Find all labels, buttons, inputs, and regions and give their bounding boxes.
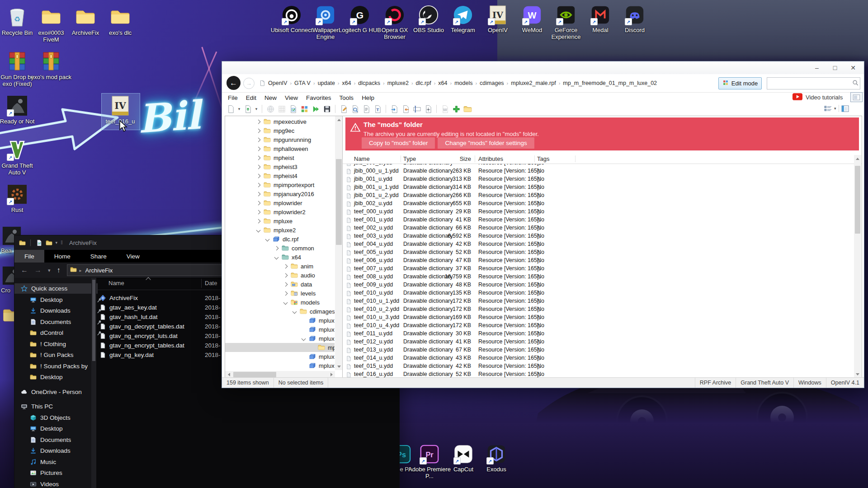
tree-item-mplowrider[interactable]: mplowrider [225, 198, 335, 207]
ribbon-tab-home[interactable]: Home [44, 250, 80, 263]
view-dropdown-icon[interactable]: ▾ [834, 106, 836, 111]
breadcrumb-item-openiv[interactable]: OpenIV [266, 79, 289, 87]
openiv-file-row[interactable]: teef_001_u.yddDrawable dictionary41 KBRe… [343, 216, 862, 224]
desktop-icon-discord[interactable]: ↗Discord [613, 5, 656, 33]
ribbon-tab-file[interactable]: File [14, 250, 44, 263]
toolbar-open-doc-icon[interactable] [243, 104, 253, 114]
openiv-file-row[interactable]: jbib_001_u_1.yddDrawable dictionary314 K… [343, 183, 862, 192]
breadcrumb-item-mpluxe2[interactable]: mpluxe2 [386, 79, 410, 87]
breadcrumb-item-dlcpacks[interactable]: dlcpacks [356, 79, 382, 87]
breadcrumb-item-dlc-rpf[interactable]: dlc.rpf [414, 79, 433, 87]
openiv-file-row[interactable]: teef_015_u.yddDrawable dictionary42 KBRe… [343, 362, 862, 371]
openiv-file-row[interactable]: teef_005_u.yddDrawable dictionary52 KBRe… [343, 249, 862, 257]
tree-item-mpheist4[interactable]: mpheist4 [225, 171, 335, 180]
column-header-size[interactable]: Size [435, 155, 471, 162]
forward-icon[interactable]: → [34, 266, 42, 274]
tree-item-mpg9ec[interactable]: mpg9ec [225, 126, 335, 135]
qat-customize-icon[interactable]: ▾ [56, 240, 58, 245]
dropdown-caret-icon[interactable]: ▾ [237, 104, 241, 114]
tree-item-anim[interactable]: anim [225, 262, 335, 271]
breadcrumb-item-x64[interactable]: x64 [436, 79, 449, 87]
openiv-file-row[interactable]: teef_010_u_3.yddDrawable dictionary169 K… [343, 314, 862, 322]
openiv-file-row[interactable]: jbib_000_u.yddDrawable dictionaryResourc… [343, 164, 862, 167]
openiv-file-row[interactable]: teef_010_u_4.yddDrawable dictionary172 K… [343, 322, 862, 330]
openiv-file-row[interactable]: teef_010_u_2.yddDrawable dictionary172 K… [343, 305, 862, 314]
tree-item-mpluxe[interactable]: mpluxe [225, 352, 335, 361]
tree-item-mpgunrunning[interactable]: mpgunrunning [225, 135, 335, 144]
up-icon[interactable]: ↑ [57, 266, 61, 274]
toolbar-text-doc-icon[interactable] [361, 104, 371, 114]
ribbon-tab-view[interactable]: View [117, 250, 150, 263]
tree-item-models[interactable]: models [225, 298, 335, 307]
menu-view[interactable]: View [281, 94, 302, 101]
sidebar-item-onedrive-person[interactable]: OneDrive - Person [14, 387, 98, 397]
menu-new[interactable]: New [260, 94, 281, 101]
desktop-icon-exos-dlc[interactable]: exo's dlc [99, 6, 142, 36]
toolbar-font-doc-icon[interactable]: T [373, 104, 382, 114]
openiv-file-row[interactable]: jbib_002_u.yddDrawable dictionary655 KBR… [343, 200, 862, 208]
openiv-file-row[interactable]: teef_010_u.yddDrawable dictionary135 KBR… [343, 289, 862, 297]
desktop-icon-grand-theft-auto-v[interactable]: ↗Grand Theft Auto V [0, 139, 39, 176]
openiv-file-row[interactable]: jbib_000_u_1.yddDrawable dictionary263 K… [343, 167, 862, 175]
tree-item-mpjanuary2016[interactable]: mpjanuary2016 [225, 189, 335, 198]
tree-item-x64[interactable]: x64 [225, 253, 335, 262]
minimize-button[interactable]: – [808, 62, 826, 73]
tree-item-mpluxe[interactable]: mpluxe [225, 316, 335, 325]
openiv-file-row[interactable]: teef_009_u.yddDrawable dictionary48 KBRe… [343, 281, 862, 289]
openiv-file-row[interactable]: teef_000_u.yddDrawable dictionary29 KBRe… [343, 208, 862, 216]
desktop-icon-ready-or-not[interactable]: ↗Ready or Not [0, 95, 39, 125]
openiv-file-row[interactable]: teef_012_u.yddDrawable dictionary41 KBRe… [343, 338, 862, 346]
details-view-icon[interactable] [841, 105, 849, 112]
menu-tools[interactable]: Tools [335, 94, 358, 101]
openiv-file-row[interactable]: teef_003_u.yddDrawable dictionary6,592 K… [343, 232, 862, 240]
tree-item-mpluxe[interactable]: mpluxe [225, 334, 335, 343]
column-header-type[interactable]: Type [403, 155, 416, 162]
column-header-name[interactable]: Name [354, 155, 370, 162]
search-box[interactable] [767, 77, 860, 89]
breadcrumb-item-mp-m-freemode-01-mp-m-luxe-02[interactable]: mp_m_freemode_01_mp_m_luxe_02 [561, 79, 659, 87]
openiv-file-row[interactable]: teef_004_u.yddDrawable dictionary42 KBRe… [343, 240, 862, 249]
breadcrumb-item-models[interactable]: models [453, 79, 474, 87]
menu-edit[interactable]: Edit [242, 94, 260, 101]
tree-item-mpimportexport[interactable]: mpimportexport [225, 180, 335, 189]
edit-mode-button[interactable]: Edit mode [718, 77, 762, 89]
tree-item-dlc-rpf[interactable]: dlc.rpf [225, 235, 335, 244]
tree-item-cdimages[interactable]: cdimages [225, 307, 335, 316]
openiv-file-row[interactable]: teef_007_u.yddDrawable dictionary37 KBRe… [343, 265, 862, 273]
dropdown-caret-icon[interactable]: ▾ [254, 104, 259, 114]
toolbar-save-icon[interactable] [322, 104, 332, 114]
openiv-file-row[interactable]: jbib_001_u_2.yddDrawable dictionary266 K… [343, 192, 862, 200]
list-vertical-scrollbar[interactable] [854, 155, 861, 378]
toolbar-edit-doc-icon[interactable] [339, 104, 349, 114]
desktop-icon-rust[interactable]: ↗Rust [0, 183, 39, 213]
breadcrumb-item-update[interactable]: update [316, 79, 337, 87]
breadcrumb-item-cdimages[interactable]: cdimages [478, 79, 506, 87]
search-input[interactable] [767, 78, 852, 89]
breadcrumb-item-mpluxe2-male-rpf[interactable]: mpluxe2_male.rpf [509, 79, 557, 87]
toolbar-add-green-icon[interactable] [451, 104, 461, 114]
explorer-sidebar-scrollbar[interactable] [91, 278, 96, 488]
openiv-file-row[interactable]: teef_011_u.yddDrawable dictionary30 KBRe… [343, 330, 862, 338]
ribbon-tab-share[interactable]: Share [80, 250, 117, 263]
sidebar-item-this-pc[interactable]: This PC [14, 401, 98, 412]
tree-item-mpluxe[interactable]: mpluxe [225, 216, 335, 225]
sidebar-item-quick-access[interactable]: Quick access [14, 283, 98, 294]
openiv-file-row[interactable]: teef_013_u.yddDrawable dictionary67 KBRe… [343, 346, 862, 354]
openiv-file-row[interactable]: teef_010_u_1.yddDrawable dictionary172 K… [343, 297, 862, 305]
tree-item-common[interactable]: common [225, 244, 335, 253]
video-tutorials-link[interactable]: Video tutorials [793, 93, 843, 102]
toolbar-play-green-icon[interactable] [311, 104, 321, 114]
toolbar-props-icon[interactable] [423, 104, 433, 114]
menu-file[interactable]: File [224, 94, 242, 101]
tree-item-mphalloween[interactable]: mphalloween [225, 144, 335, 153]
tree-item-mpluxe2[interactable]: mpluxe2 [225, 225, 335, 235]
tree-item-mp[interactable]: mp [225, 343, 335, 352]
toolbar-new-doc-icon[interactable] [226, 104, 236, 114]
toolbar-check-doc-icon[interactable] [288, 104, 298, 114]
toolbar-rename-icon[interactable] [412, 104, 422, 114]
openiv-file-row[interactable]: teef_014_u.yddDrawable dictionary43 KBRe… [343, 354, 862, 362]
tree-item-mpexecutive[interactable]: mpexecutive [225, 117, 335, 126]
toolbar-search-doc-icon[interactable] [350, 104, 360, 114]
tree-item-audio[interactable]: audio [225, 271, 335, 280]
column-header-name[interactable]: Name [108, 280, 124, 286]
